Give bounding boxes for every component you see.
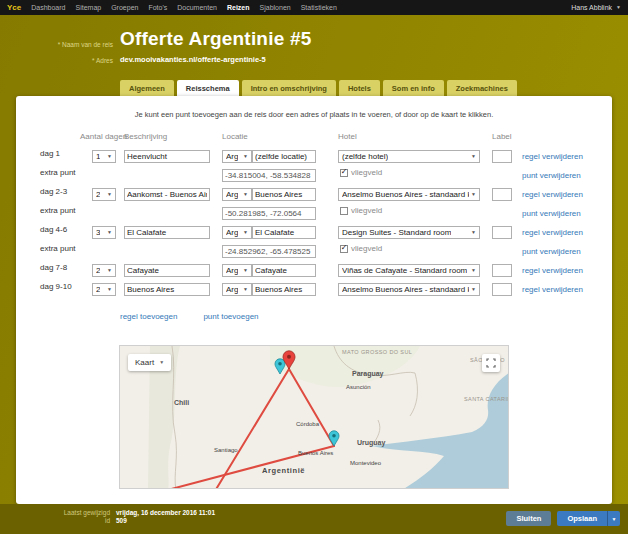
location-input[interactable]	[252, 264, 316, 277]
remove-row-link[interactable]: regel verwijderen	[522, 152, 583, 161]
description-input[interactable]	[124, 226, 210, 239]
nav-item-dashboard[interactable]: Dashboard	[31, 4, 65, 11]
tab-bar: Algemeen Reisschema Intro en omschrijvin…	[120, 80, 517, 96]
save-button-group: Opslaan ▼	[557, 511, 620, 526]
coordinates-input[interactable]	[222, 245, 316, 258]
coordinates-input[interactable]	[222, 169, 316, 182]
chevron-down-icon: ▼	[471, 268, 476, 273]
nav-item-statistieken[interactable]: Statistieken	[301, 4, 337, 11]
page-title: Offerte Argentinie #5	[120, 28, 311, 50]
add-point-link[interactable]: punt toevoegen	[203, 312, 258, 321]
vliegveld-checkbox[interactable]	[340, 169, 348, 177]
footer-buttons: Sluiten Opslaan ▼	[506, 511, 620, 526]
nav-item-documenten[interactable]: Documenten	[177, 4, 217, 11]
hotel-select[interactable]: Design Suites - Standard room▼	[338, 226, 480, 239]
nav-item-sjablonen[interactable]: Sjablonen	[260, 4, 291, 11]
tab-hotels[interactable]: Hotels	[339, 80, 380, 96]
row-label: extra punt	[16, 244, 80, 253]
chevron-down-icon: ▼	[616, 5, 621, 10]
row-label: dag 2-3	[16, 187, 80, 196]
chevron-down-icon: ▼	[107, 154, 112, 159]
fullscreen-button[interactable]	[482, 354, 500, 372]
row-label: extra punt	[16, 206, 80, 215]
days-select[interactable]: 2▼	[92, 188, 116, 201]
description-input[interactable]	[124, 283, 210, 296]
vliegveld-checkbox[interactable]	[340, 207, 348, 215]
map-type-button[interactable]: Kaart ▼	[128, 354, 171, 371]
add-row-link[interactable]: regel toevoegen	[120, 312, 177, 321]
chevron-down-icon: ▼	[471, 230, 476, 235]
label-input[interactable]	[492, 226, 512, 239]
description-input[interactable]	[124, 264, 210, 277]
tab-algemeen[interactable]: Algemeen	[120, 80, 174, 96]
days-select[interactable]: 2▼	[92, 283, 116, 296]
fullscreen-icon	[486, 358, 496, 368]
location-input[interactable]	[252, 226, 316, 239]
remove-point-link[interactable]: punt verwijderen	[522, 209, 581, 218]
location-input[interactable]	[252, 283, 316, 296]
chevron-down-icon: ▼	[471, 192, 476, 197]
table-row-extra: extra punt vliegveld punt verwijderen	[16, 239, 612, 258]
footer-bar: Laatst gewijzigd vrijdag, 16 december 20…	[0, 504, 628, 534]
save-button[interactable]: Opslaan	[557, 511, 607, 526]
tab-reisschema[interactable]: Reisschema	[177, 80, 239, 96]
tab-intro-en-omschrijving[interactable]: Intro en omschrijving	[242, 80, 336, 96]
hotel-select[interactable]: Anselmo Buenos Aires - standaard kame▼	[338, 283, 480, 296]
label-input[interactable]	[492, 264, 512, 277]
remove-row-link[interactable]: regel verwijderen	[522, 228, 583, 237]
map-canvas	[120, 346, 509, 489]
row-label: extra punt	[16, 168, 80, 177]
chevron-down-icon: ▼	[107, 268, 112, 273]
remove-point-link[interactable]: punt verwijderen	[522, 247, 581, 256]
table-header-row: Aantal dagen Beschrijving Locatie Hotel …	[16, 129, 612, 144]
hotel-select[interactable]: Anselmo Buenos Aires - standaard kame▼	[338, 188, 480, 201]
label-input[interactable]	[492, 150, 512, 163]
days-select[interactable]: 3▼	[92, 226, 116, 239]
chevron-down-icon: ▼	[107, 230, 112, 235]
app-logo[interactable]: Yce	[7, 4, 21, 12]
modified-value: vrijdag, 16 december 2016 11:01	[116, 509, 215, 516]
map[interactable]: MATO GROSSO DO SUL SÃO PAULO Paraguay As…	[119, 345, 509, 489]
days-select[interactable]: 2▼	[92, 264, 116, 277]
remove-row-link[interactable]: regel verwijderen	[522, 285, 583, 294]
table-row: dag 2-3 2▼ Arg▼ Anselmo Buenos Aires - s…	[16, 182, 612, 201]
location-input[interactable]	[252, 150, 316, 163]
user-name: Hans Abblink	[571, 4, 612, 11]
col-header-aantal-dagen: Aantal dagen	[80, 132, 116, 141]
address-value: dev.mooivakanties.nl/offerte-argentinie-…	[120, 55, 266, 64]
coordinates-input[interactable]	[222, 207, 316, 220]
description-input[interactable]	[124, 150, 210, 163]
nav-item-fotos[interactable]: Foto's	[148, 4, 167, 11]
chevron-down-icon: ▼	[159, 360, 164, 365]
location-input[interactable]	[252, 188, 316, 201]
remove-point-link[interactable]: punt verwijderen	[522, 171, 581, 180]
meta-info: Laatst gewijzigd vrijdag, 16 december 20…	[0, 509, 215, 524]
top-nav: Yce Dashboard Sitemap Groepen Foto's Doc…	[0, 0, 628, 15]
label-input[interactable]	[492, 283, 512, 296]
hotel-select[interactable]: (zelfde hotel)▼	[338, 150, 480, 163]
remove-row-link[interactable]: regel verwijderen	[522, 190, 583, 199]
id-value: 509	[116, 517, 215, 524]
nav-item-reizen[interactable]: Reizen	[227, 4, 250, 11]
row-label: dag 1	[16, 149, 80, 158]
row-label: dag 9-10	[16, 282, 80, 291]
tab-zoekmachines[interactable]: Zoekmachines	[447, 80, 517, 96]
vliegveld-label: vliegveld	[351, 244, 382, 253]
content-panel: Je kunt een punt toevoegen aan de reis d…	[16, 96, 612, 504]
nav-item-sitemap[interactable]: Sitemap	[75, 4, 101, 11]
days-select[interactable]: 1▼	[92, 150, 116, 163]
tab-som-en-info[interactable]: Som en info	[383, 80, 444, 96]
save-options-button[interactable]: ▼	[607, 511, 620, 526]
close-button[interactable]: Sluiten	[506, 511, 551, 526]
table-row: dag 7-8 2▼ Arg▼ Viñas de Cafayate - Stan…	[16, 258, 612, 277]
user-menu[interactable]: Hans Abblink ▼	[571, 4, 621, 11]
description-input[interactable]	[124, 188, 210, 201]
nav-item-groepen[interactable]: Groepen	[111, 4, 138, 11]
chevron-down-icon: ▼	[471, 287, 476, 292]
remove-row-link[interactable]: regel verwijderen	[522, 266, 583, 275]
row-label: dag 7-8	[16, 263, 80, 272]
label-input[interactable]	[492, 188, 512, 201]
hotel-select[interactable]: Viñas de Cafayate - Standard room▼	[338, 264, 480, 277]
vliegveld-checkbox[interactable]	[340, 245, 348, 253]
address-label: * Adres	[0, 57, 113, 64]
